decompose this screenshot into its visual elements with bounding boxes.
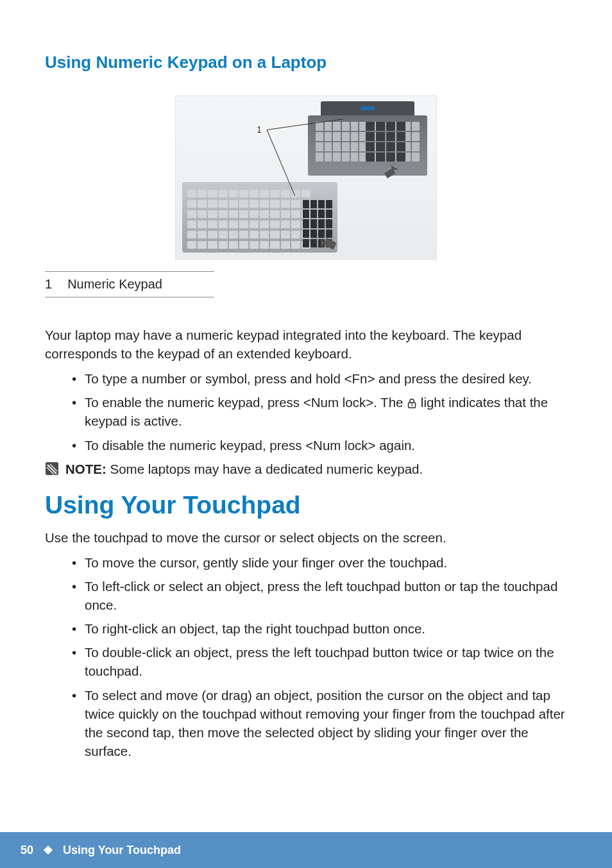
numlock-indicator-icon: 9 [407,398,417,408]
section-heading-keypad: Using Numeric Keypad on a Laptop [45,53,567,72]
svg-text:9: 9 [411,403,413,408]
page-footer: 50 Using Your Touchpad [0,832,612,868]
list-item-text-pre: To enable the numeric keypad, press <Num… [85,395,407,410]
list-item: To select and move (or drag) an object, … [76,686,567,760]
note-icon [45,462,59,476]
note-label: NOTE: [65,462,106,476]
section-heading-touchpad: Using Your Touchpad [45,491,567,519]
touchpad-bullet-list: To move the cursor, gently slide your fi… [45,553,567,760]
legend-label: Numeric Keypad [67,277,162,292]
figure-legend: 1 Numeric Keypad [45,271,214,297]
note-text: NOTE: Some laptops may have a dedicated … [65,460,423,478]
list-item: To double-click an object, press the lef… [76,643,567,680]
list-item: To disable the numeric keypad, press <Nu… [76,436,567,455]
paragraph-keypad-intro: Your laptop may have a numeric keypad in… [45,326,567,363]
list-item: To right-click an object, tap the right … [76,619,567,638]
desktop-keyboard-illustration [182,182,337,253]
legend-number: 1 [45,277,52,292]
diamond-separator-icon [44,846,53,855]
keypad-bullet-list: To type a number or symbol, press and ho… [45,369,567,454]
note-body: Some laptops may have a dedicated numeri… [106,462,423,476]
laptop-illustration [304,99,431,188]
list-item: To left-click or select an object, press… [76,577,567,614]
list-item: To type a number or symbol, press and ho… [76,369,567,388]
document-page: Using Numeric Keypad on a Laptop 1 [0,0,612,868]
note-block: NOTE: Some laptops may have a dedicated … [45,460,567,478]
page-number: 50 [21,844,33,857]
paragraph-touchpad-intro: Use the touchpad to move the cursor or s… [45,528,567,547]
arrow-icon [382,162,399,178]
footer-chapter-title: Using Your Touchpad [63,844,181,857]
laptop-numeric-keypad-highlight [366,122,405,162]
callout-number: 1 [257,124,262,135]
list-item: To move the cursor, gently slide your fi… [76,553,567,572]
list-item: To enable the numeric keypad, press <Num… [76,393,567,430]
figure-numeric-keypad: 1 [175,96,437,260]
